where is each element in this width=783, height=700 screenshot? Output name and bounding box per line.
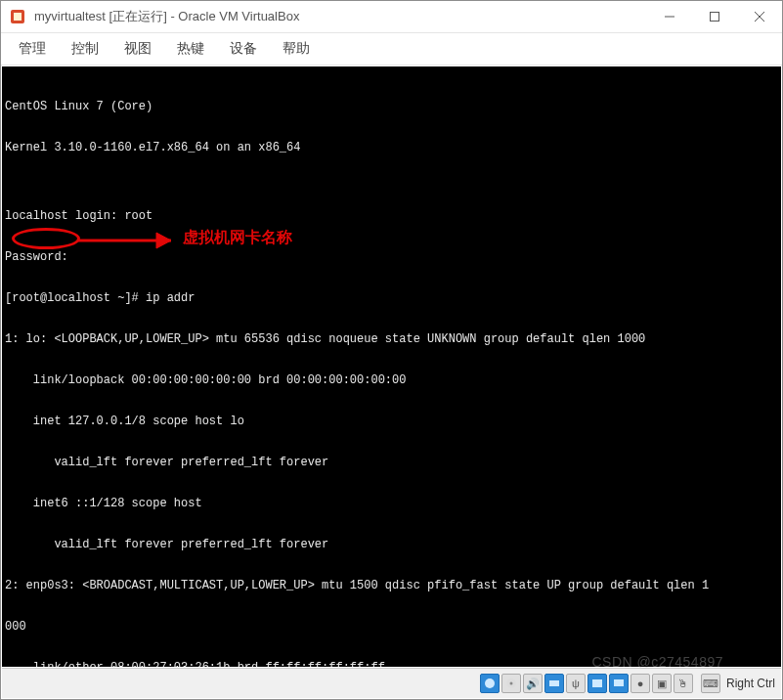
menu-help[interactable]: 帮助 <box>283 40 310 58</box>
display-icon[interactable] <box>609 674 629 693</box>
menubar: 管理 控制 视图 热键 设备 帮助 <box>1 33 782 66</box>
close-button[interactable] <box>737 1 782 32</box>
menu-hotkey[interactable]: 热键 <box>177 40 204 58</box>
kbd-icon[interactable]: ⌨ <box>701 674 720 693</box>
status-icons: 🔊 ψ ● ▣ 🖱 <box>480 674 693 693</box>
hd-icon[interactable] <box>480 674 500 693</box>
virtualbox-icon <box>9 8 26 25</box>
svg-rect-1 <box>14 13 22 21</box>
annotation-circle <box>12 228 80 249</box>
menu-manage[interactable]: 管理 <box>19 40 46 58</box>
term-line: valid_lft forever preferred_lft forever <box>5 538 778 551</box>
svg-point-7 <box>485 678 495 688</box>
usb-icon[interactable]: ψ <box>566 674 586 693</box>
rec-icon[interactable]: ● <box>631 674 650 693</box>
term-line: inet 127.0.0.1/8 scope host lo <box>5 415 778 428</box>
audio-icon[interactable]: 🔊 <box>523 674 543 693</box>
term-line: 000 <box>5 620 778 634</box>
term-line: CentOS Linux 7 (Core) <box>5 100 778 113</box>
vm-window: myvirtualtest [正在运行] - Oracle VM Virtual… <box>0 0 783 700</box>
minimize-button[interactable] <box>647 1 692 32</box>
annotation-arrow <box>78 231 186 256</box>
net-icon[interactable] <box>544 674 564 693</box>
svg-rect-12 <box>614 679 624 686</box>
guest-terminal[interactable]: CentOS Linux 7 (Core) Kernel 3.10.0-1160… <box>2 66 781 667</box>
term-line: 2: enp0s3: <BROADCAST,MULTICAST,UP,LOWER… <box>5 579 778 592</box>
maximize-button[interactable] <box>692 1 737 32</box>
host-key-label: Right Ctrl <box>726 677 775 690</box>
menu-devices[interactable]: 设备 <box>230 40 257 58</box>
window-controls <box>647 1 782 32</box>
term-line: 1: lo: <LOOPBACK,UP,LOWER_UP> mtu 65536 … <box>5 332 778 346</box>
term-line: valid_lft forever preferred_lft forever <box>5 456 778 469</box>
term-line: [root@localhost ~]# ip addr <box>5 291 778 305</box>
vm-statusbar: 🔊 ψ ● ▣ 🖱 ⌨ Right Ctrl <box>2 668 781 698</box>
term-line: link/loopback 00:00:00:00:00:00 brd 00:0… <box>5 373 778 387</box>
cpu-icon[interactable]: ▣ <box>652 674 672 693</box>
window-title: myvirtualtest [正在运行] - Oracle VM Virtual… <box>34 8 647 25</box>
svg-rect-10 <box>549 680 559 686</box>
svg-rect-11 <box>592 679 602 687</box>
svg-point-9 <box>509 682 512 685</box>
cd-icon[interactable] <box>501 674 521 693</box>
mouse-icon[interactable]: 🖱 <box>674 674 693 693</box>
term-line: localhost login: root <box>5 209 778 223</box>
menu-control[interactable]: 控制 <box>71 40 99 58</box>
annotation-label: 虚拟机网卡名称 <box>183 231 292 244</box>
sf-icon[interactable] <box>587 674 607 693</box>
term-line: Kernel 3.10.0-1160.el7.x86_64 on an x86_… <box>5 141 778 154</box>
menu-view[interactable]: 视图 <box>124 40 152 58</box>
host-key-indicator: ⌨ Right Ctrl <box>701 674 775 693</box>
term-line: inet6 ::1/128 scope host <box>5 497 778 510</box>
term-line: link/ether 08:00:27:03:26:1b brd ff:ff:f… <box>5 661 778 667</box>
window-titlebar: myvirtualtest [正在运行] - Oracle VM Virtual… <box>1 1 782 33</box>
svg-rect-3 <box>711 13 719 22</box>
